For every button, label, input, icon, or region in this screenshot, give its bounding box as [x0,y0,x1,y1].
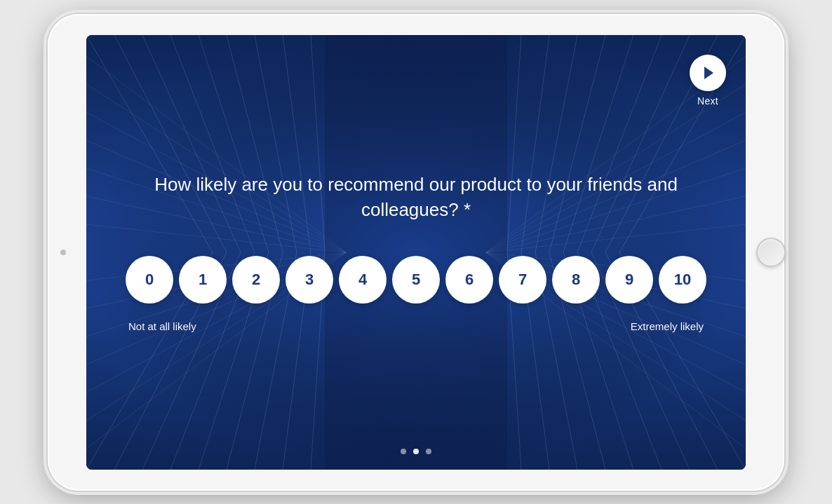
pagination-dots [401,449,431,454]
tablet-frame: Next How likely are you to recommend our… [48,14,784,491]
rating-option-7[interactable]: 7 [499,256,546,304]
next-button[interactable]: Next [690,55,726,107]
rating-option-2[interactable]: 2 [232,256,280,304]
next-button-circle [690,55,726,91]
rating-option-8[interactable]: 8 [552,256,600,304]
rating-scale: 0 1 2 3 4 5 6 7 8 9 10 [126,256,706,304]
rating-option-9[interactable]: 9 [605,256,653,304]
next-arrow-icon [704,67,713,79]
rating-option-6[interactable]: 6 [445,256,493,304]
next-button-label: Next [697,95,718,107]
label-low: Not at all likely [128,320,196,332]
rating-option-10[interactable]: 10 [659,256,706,304]
rating-option-5[interactable]: 5 [392,256,440,304]
home-button[interactable] [756,238,786,267]
rating-option-0[interactable]: 0 [126,256,173,304]
rating-option-4[interactable]: 4 [339,256,387,304]
rating-option-3[interactable]: 3 [286,256,333,304]
label-high: Extremely likely [631,320,704,332]
screen: Next How likely are you to recommend our… [86,35,746,470]
rating-option-1[interactable]: 1 [179,256,227,304]
pagination-dot-1 [401,449,406,454]
pagination-dot-3 [426,449,431,454]
pagination-dot-2 [413,449,419,454]
survey-question: How likely are you to recommend our prod… [142,172,690,223]
rating-labels: Not at all likely Extremely likely [128,320,704,332]
screen-content: Next How likely are you to recommend our… [86,35,746,470]
